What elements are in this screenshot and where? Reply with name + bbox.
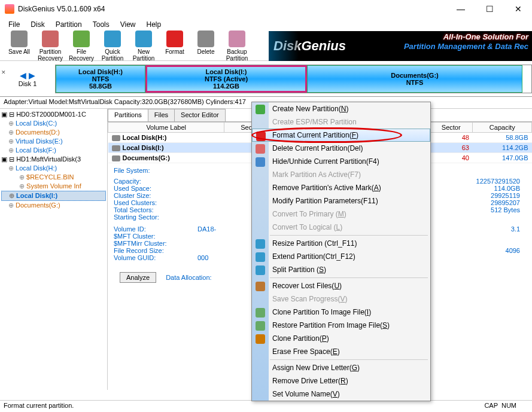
- menu-item-icon: [256, 252, 265, 262]
- menu-item[interactable]: Erase Free Space(E): [252, 345, 430, 358]
- menu-item: Save Scan Progress(V): [252, 292, 430, 306]
- menu-item-icon: [256, 334, 265, 344]
- menu-item-icon: [256, 157, 265, 167]
- toolbar-format[interactable]: Format: [159, 30, 190, 62]
- window-title: DiskGenius V5.0.1.609 x64: [18, 5, 452, 13]
- menu-item[interactable]: Extend Partition(Ctrl_F12): [252, 250, 430, 263]
- tree-node[interactable]: ⊕ Local Disk(C:): [1, 119, 106, 128]
- banner-line1: All-In-One Solution For: [404, 32, 528, 42]
- menu-tools[interactable]: Tools: [88, 19, 114, 30]
- disk-nav-arrows[interactable]: ◀ ▶: [0, 71, 55, 80]
- tree-node[interactable]: ⊕ Local Disk(F:): [1, 146, 106, 155]
- minimize-button[interactable]: —: [452, 4, 470, 14]
- menu-item: Convert To Primary (M): [252, 207, 430, 221]
- menu-item[interactable]: Resize Partition (Ctrl_F11): [252, 237, 430, 250]
- toolbar-icon: [11, 30, 28, 47]
- menu-item: Convert To Logical (L): [252, 221, 430, 234]
- toolbar-icon: [197, 30, 214, 47]
- toolbar-icon: [135, 30, 152, 47]
- col-header[interactable]: Volume Label: [108, 123, 224, 133]
- tree-node[interactable]: ⊟ HD1:MsftVirtualDisk(3: [1, 155, 106, 164]
- analyze-button[interactable]: Analyze: [120, 272, 156, 283]
- banner-line2: Partition Management & Data Rec: [404, 42, 528, 51]
- toolbar-save-all[interactable]: Save All: [4, 30, 35, 62]
- partition-block[interactable]: Local Disk(H:)NTFS58.8GB: [56, 65, 145, 93]
- menu-item[interactable]: Split Partition (S): [252, 263, 430, 276]
- menu-item-icon: [256, 321, 265, 331]
- tree-node[interactable]: ⊟ HD0:ST2000DM001-1C: [1, 110, 106, 119]
- menu-file[interactable]: File: [4, 19, 25, 30]
- tab-files[interactable]: Files: [148, 109, 175, 121]
- disk-icon: [112, 135, 120, 141]
- menu-item-icon: [256, 265, 265, 275]
- tree-node[interactable]: ⊕ Documents(D:): [1, 128, 106, 137]
- disk-icon: [112, 145, 120, 151]
- menu-item-icon: [256, 132, 266, 141]
- toolbar-new-partition[interactable]: New Partition: [128, 30, 159, 62]
- menu-item[interactable]: Remove Partition's Active Mark(A): [252, 181, 430, 194]
- menu-item[interactable]: Recover Lost Files(U): [252, 279, 430, 292]
- menu-help[interactable]: Help: [142, 19, 166, 30]
- partition-bar[interactable]: Local Disk(H:)NTFS58.8GBLocal Disk(I:)NT…: [55, 65, 532, 93]
- col-header[interactable]: Capacity: [473, 123, 532, 133]
- context-menu[interactable]: Create New Partition(N)Create ESP/MSR Pa…: [251, 102, 431, 401]
- app-logo-icon: [5, 4, 14, 14]
- data-allocation-label: Data Allocation:: [162, 274, 211, 281]
- close-panel-icon[interactable]: ✕: [1, 69, 6, 75]
- menu-item[interactable]: Format Current Partition(F): [252, 129, 430, 142]
- tab-partitions[interactable]: Partitions: [108, 109, 148, 121]
- tree-node[interactable]: ⊕ Documents(G:): [1, 201, 106, 210]
- menu-item-icon: [256, 282, 265, 291]
- status-text: Format current partition.: [4, 402, 484, 411]
- disk-icon: [112, 155, 120, 161]
- col-header[interactable]: Sector: [429, 123, 472, 133]
- partition-block[interactable]: Documents(G:)NTFS: [307, 65, 522, 93]
- menu-item[interactable]: Delete Current Partition(Del): [252, 142, 430, 155]
- tree-node[interactable]: ⊕ Local Disk(I:): [1, 191, 106, 201]
- toolbar-partition-recovery[interactable]: Partition Recovery: [35, 30, 66, 62]
- tree-node[interactable]: ⊕ $RECYCLE.BIN: [1, 173, 106, 182]
- toolbar-delete[interactable]: Delete: [190, 30, 221, 62]
- toolbar-icon: [42, 30, 59, 47]
- menu-item: Create ESP/MSR Partition: [252, 115, 430, 129]
- tree-node[interactable]: ⊕ Local Disk(H:): [1, 164, 106, 173]
- menu-item[interactable]: Modify Partition Parameters(F11): [252, 194, 430, 207]
- menu-item-icon: [256, 308, 265, 318]
- partition-block[interactable]: Local Disk(I:)NTFS (Active)114.2GB: [145, 65, 307, 93]
- close-button[interactable]: ✕: [509, 4, 527, 14]
- menu-disk[interactable]: Disk: [26, 19, 49, 30]
- menu-view[interactable]: View: [115, 19, 141, 30]
- tree-node[interactable]: ⊕ Virtual Disks(E:): [1, 137, 106, 146]
- toolbar-file-recovery[interactable]: File Recovery: [66, 30, 97, 62]
- menu-bar: FileDiskPartitionToolsViewHelp: [0, 18, 532, 31]
- menu-item[interactable]: Clone Partition To Image File(I): [252, 306, 430, 319]
- menu-partition[interactable]: Partition: [51, 19, 87, 30]
- disk-number-label: Disk 1: [0, 80, 55, 87]
- maximize-button[interactable]: ☐: [481, 4, 498, 14]
- toolbar-backup-partition[interactable]: Backup Partition: [221, 30, 253, 62]
- caps-indicator: CAP: [484, 402, 497, 409]
- tab-sector-editor[interactable]: Sector Editor: [174, 109, 226, 121]
- num-indicator: NUM: [501, 402, 516, 409]
- menu-item: Mark Partition As Active(F7): [252, 168, 430, 181]
- menu-item[interactable]: Remove Drive Letter(R): [252, 374, 430, 387]
- menu-item-icon: [256, 105, 265, 114]
- menu-item-icon: [256, 144, 265, 154]
- toolbar-icon: [229, 30, 245, 47]
- toolbar-icon: [104, 30, 121, 47]
- toolbar-icon: [73, 30, 90, 47]
- tree-node[interactable]: ⊕ System Volume Inf: [1, 182, 106, 191]
- toolbar-icon: [166, 30, 183, 47]
- menu-item[interactable]: Hide/Unhide Current Partition(F4): [252, 155, 430, 168]
- menu-item[interactable]: Set Volume Name(V): [252, 387, 430, 401]
- toolbar-quick-partition[interactable]: Quick Partition: [97, 30, 128, 62]
- menu-item[interactable]: Restore Partition From Image File(S): [252, 319, 430, 332]
- menu-item-icon: [256, 239, 265, 249]
- toolbar: Save AllPartition RecoveryFile RecoveryQ…: [0, 31, 532, 61]
- menu-item[interactable]: Clone Partition(P): [252, 332, 430, 345]
- disk-tree[interactable]: ⊟ HD0:ST2000DM001-1C⊕ Local Disk(C:)⊕ Do…: [0, 109, 108, 390]
- menu-item[interactable]: Assign New Drive Letter(G): [252, 361, 430, 374]
- menu-item[interactable]: Create New Partition(N): [252, 102, 430, 115]
- branding-banner: DiskGenius All-In-One Solution For Parti…: [269, 31, 532, 61]
